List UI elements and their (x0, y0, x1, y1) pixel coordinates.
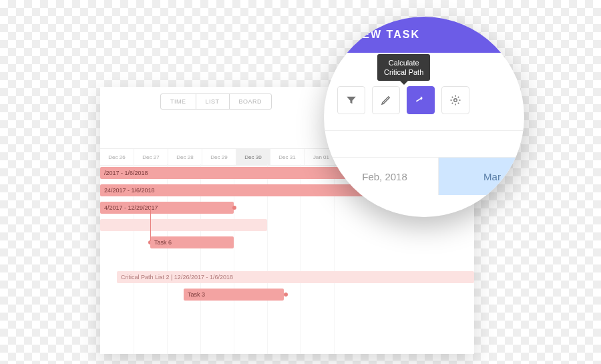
date-col[interactable]: Dec 29 (202, 149, 236, 165)
view-tabs: TIME LIST BOARD (160, 94, 272, 110)
pen-icon (380, 94, 392, 106)
filter-icon (345, 94, 357, 106)
gantt-bar[interactable]: 4/2017 - 12/29/2017 (100, 202, 234, 214)
tab-list[interactable]: LIST (196, 94, 230, 109)
gantt-bar[interactable]: Critical Path List 2 | 12/26/2017 - 1/6/… (117, 271, 474, 283)
toolbar (337, 86, 469, 114)
dependency-link-icon (150, 207, 151, 241)
date-col[interactable]: Dec 31 (270, 149, 305, 165)
date-col[interactable]: Dec 28 (168, 149, 202, 165)
tab-board[interactable]: BOARD (230, 94, 272, 109)
gantt-bar[interactable] (100, 219, 267, 231)
arrow-icon (415, 94, 427, 106)
gantt-bar[interactable]: Task 3 (184, 289, 284, 301)
zoom-lens: + NEW TASK ⌄ Calculate Critical Path F (324, 17, 524, 217)
date-col[interactable]: Dec 27 (134, 149, 168, 165)
gantt-row (100, 216, 474, 234)
gantt-bar[interactable]: Task 6 (150, 236, 234, 248)
filter-button[interactable] (337, 86, 365, 114)
pen-button[interactable] (372, 86, 400, 114)
link-dot-icon (232, 206, 236, 210)
critical-path-button[interactable] (407, 86, 435, 114)
gantt-row: Task 3 (100, 286, 474, 303)
gantt-row (100, 251, 474, 268)
link-dot-icon (284, 293, 288, 297)
date-col[interactable]: Dec 26 (100, 149, 134, 165)
gear-icon (449, 94, 461, 106)
svg-point-0 (454, 99, 457, 102)
gantt-row: Critical Path List 2 | 12/26/2017 - 1/6/… (100, 268, 474, 286)
settings-button[interactable] (441, 86, 469, 114)
tab-time[interactable]: TIME (161, 94, 196, 109)
tooltip-critical-path: Calculate Critical Path (377, 54, 430, 81)
divider (324, 130, 524, 131)
date-col-selected[interactable]: Dec 30 (236, 149, 270, 165)
gantt-row: Task 6 (100, 234, 474, 251)
